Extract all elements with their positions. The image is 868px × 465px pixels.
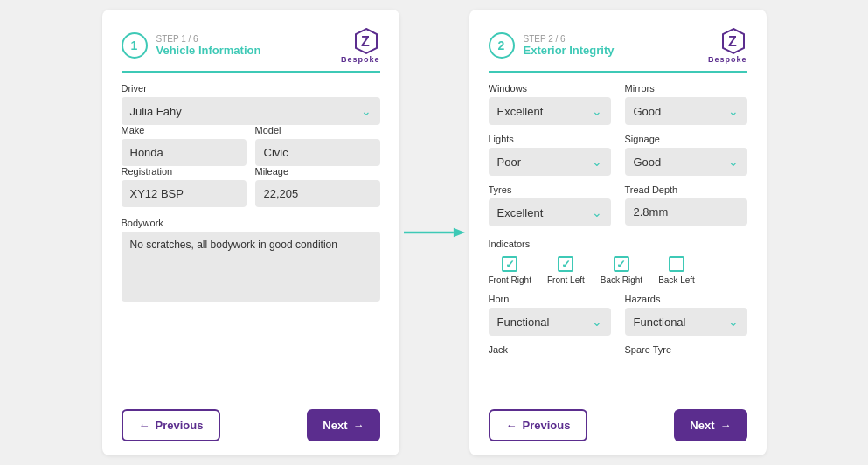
windows-dropdown[interactable]: Excellent ⌄ — [489, 97, 611, 125]
right-logo-text: Bespoke — [708, 55, 747, 64]
back-left-checkbox[interactable]: ✓ — [669, 256, 684, 272]
back-right-label: Back Right — [601, 275, 642, 285]
tyres-group: Tyres Excellent ⌄ — [489, 184, 611, 226]
front-left-checkbox[interactable]: ✓ — [558, 256, 573, 272]
model-input[interactable] — [255, 139, 380, 166]
left-panel: 1 STEP 1 / 6 Vehicle Information Z Bespo… — [102, 10, 399, 455]
right-previous-button[interactable]: ← Previous — [489, 409, 588, 441]
spare-label: Spare Tyre — [625, 344, 747, 355]
forward-arrow-icon — [404, 224, 465, 241]
svg-text:Z: Z — [361, 34, 370, 49]
mirrors-group: Mirrors Good ⌄ — [625, 83, 747, 125]
indicator-back-left: ✓ Back Left — [658, 256, 695, 285]
left-step-badge: 1 STEP 1 / 6 Vehicle Information — [122, 32, 261, 59]
hazards-label: Hazards — [625, 294, 747, 304]
svg-text:Z: Z — [728, 34, 737, 49]
signage-group: Signage Good ⌄ — [625, 134, 747, 176]
right-next-button[interactable]: Next → — [674, 409, 746, 441]
lights-dropdown[interactable]: Poor ⌄ — [489, 148, 611, 176]
indicator-back-right: ✓ Back Right — [601, 256, 642, 285]
mirrors-arrow-icon: ⌄ — [728, 104, 739, 118]
back-left-label: Back Left — [658, 275, 695, 285]
arrow-separator — [399, 224, 469, 241]
registration-label: Registration — [122, 166, 247, 177]
left-prev-arrow-icon: ← — [139, 419, 150, 432]
front-right-label: Front Right — [489, 275, 531, 285]
signage-arrow-icon: ⌄ — [728, 155, 739, 169]
lights-label: Lights — [489, 134, 611, 144]
left-panel-header: 1 STEP 1 / 6 Vehicle Information Z Bespo… — [122, 27, 380, 73]
make-label: Make — [122, 125, 247, 135]
signage-dropdown[interactable]: Good ⌄ — [625, 148, 747, 176]
mileage-col: Mileage — [255, 166, 380, 207]
left-logo: Z Bespoke — [341, 27, 380, 64]
left-previous-button[interactable]: ← Previous — [122, 409, 221, 441]
driver-label: Driver — [122, 83, 380, 94]
left-logo-icon: Z — [352, 27, 380, 55]
tread-input[interactable] — [625, 198, 747, 226]
mileage-input[interactable] — [255, 180, 380, 207]
indicator-front-right: ✓ Front Right — [489, 256, 531, 285]
indicators-section: Indicators ✓ Front Right ✓ Fro — [489, 239, 747, 285]
hazards-arrow-icon: ⌄ — [728, 315, 739, 329]
main-container: 1 STEP 1 / 6 Vehicle Information Z Bespo… — [0, 0, 868, 465]
front-right-checkbox[interactable]: ✓ — [502, 256, 517, 272]
make-input[interactable] — [122, 139, 247, 166]
back-right-check-icon: ✓ — [616, 259, 626, 270]
back-right-checkbox[interactable]: ✓ — [614, 256, 629, 272]
front-left-check-icon: ✓ — [561, 259, 571, 270]
registration-col: Registration — [122, 166, 247, 207]
hazards-dropdown[interactable]: Functional ⌄ — [625, 308, 747, 336]
make-col: Make — [122, 125, 247, 166]
right-panel-body: Windows Excellent ⌄ Mirrors Good ⌄ Light… — [489, 83, 747, 397]
horn-dropdown[interactable]: Functional ⌄ — [489, 308, 611, 336]
driver-dropdown[interactable]: Julia Fahy ⌄ — [122, 97, 380, 125]
lights-value: Poor — [497, 156, 521, 169]
hazards-group: Hazards Functional ⌄ — [625, 294, 747, 336]
mirrors-label: Mirrors — [625, 83, 747, 94]
mirrors-value: Good — [634, 105, 662, 118]
registration-input[interactable] — [122, 180, 247, 207]
model-label: Model — [255, 125, 380, 135]
left-next-button[interactable]: Next → — [307, 409, 379, 441]
front-left-label: Front Left — [547, 275, 585, 285]
bodywork-textarea[interactable] — [122, 232, 380, 302]
horn-group: Horn Functional ⌄ — [489, 294, 611, 336]
indicator-front-left: ✓ Front Left — [547, 256, 585, 285]
windows-group: Windows Excellent ⌄ — [489, 83, 611, 125]
left-step-circle: 1 — [122, 32, 148, 59]
horn-arrow-icon: ⌄ — [592, 315, 602, 329]
right-logo-icon: Z — [719, 27, 747, 55]
lights-group: Lights Poor ⌄ — [489, 134, 611, 176]
right-step-info: STEP 2 / 6 Exterior Integrity — [524, 34, 615, 57]
tyres-label: Tyres — [489, 184, 611, 195]
windows-label: Windows — [489, 83, 611, 94]
right-panel-header: 2 STEP 2 / 6 Exterior Integrity Z Bespok… — [489, 27, 747, 73]
jack-label: Jack — [489, 344, 611, 355]
bodywork-label: Bodywork — [122, 218, 380, 228]
right-panel-footer: ← Previous Next → — [489, 409, 747, 441]
left-step-info: STEP 1 / 6 Vehicle Information — [156, 34, 261, 57]
horn-label: Horn — [489, 294, 611, 304]
right-step-num: STEP 2 / 6 — [524, 34, 615, 44]
driver-arrow-icon: ⌄ — [361, 104, 372, 118]
tyres-arrow-icon: ⌄ — [592, 205, 602, 219]
windows-arrow-icon: ⌄ — [592, 104, 602, 118]
mirrors-dropdown[interactable]: Good ⌄ — [625, 97, 747, 125]
model-col: Model — [255, 125, 380, 166]
left-panel-footer: ← Previous Next → — [122, 409, 380, 441]
spare-tyre-group: Spare Tyre — [625, 344, 747, 358]
left-step-num: STEP 1 / 6 — [156, 34, 261, 44]
right-logo: Z Bespoke — [708, 27, 747, 64]
right-next-arrow-icon: → — [720, 419, 732, 432]
signage-label: Signage — [625, 134, 747, 144]
left-logo-text: Bespoke — [341, 55, 380, 64]
tyres-value: Excellent — [497, 206, 544, 219]
right-step-badge: 2 STEP 2 / 6 Exterior Integrity — [489, 32, 615, 59]
reg-mileage-row: Registration Mileage — [122, 166, 380, 207]
tyres-dropdown[interactable]: Excellent ⌄ — [489, 198, 611, 226]
right-step-circle: 2 — [489, 32, 515, 59]
left-next-arrow-icon: → — [353, 419, 365, 432]
right-prev-arrow-icon: ← — [506, 419, 517, 432]
indicators-label: Indicators — [489, 239, 747, 249]
